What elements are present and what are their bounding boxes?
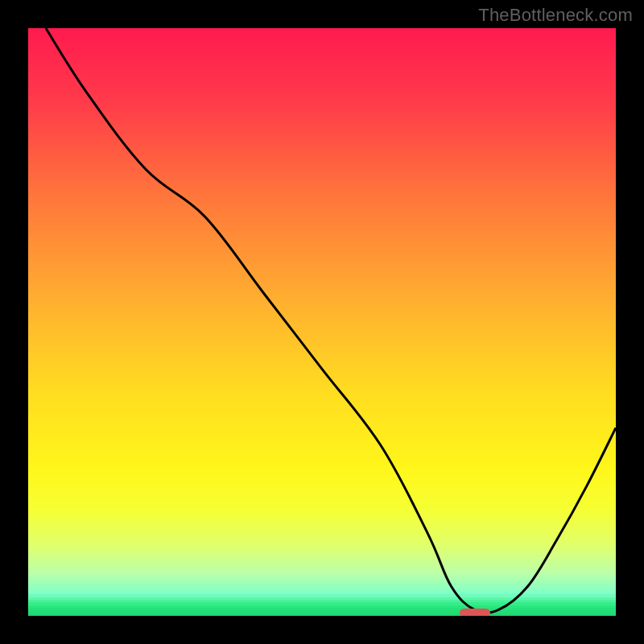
curve-path [46,28,616,613]
optimal-marker [460,609,490,616]
watermark-text: TheBottleneck.com [478,5,633,26]
plot-area [28,28,616,616]
bottleneck-curve [28,28,616,616]
